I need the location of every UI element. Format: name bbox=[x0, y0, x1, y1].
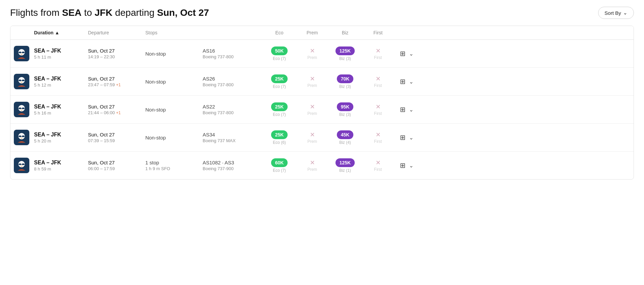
unavailable-icon: ✕ bbox=[310, 103, 315, 110]
route-duration: 5 h 16 m bbox=[34, 110, 88, 116]
col-prem: ✕ Prem bbox=[297, 75, 327, 88]
col-icon bbox=[14, 46, 34, 61]
page-title: Flights from SEA to JFK departing Sun, O… bbox=[10, 7, 209, 18]
first-label: First bbox=[363, 83, 393, 88]
col-prem: ✕ Prem bbox=[297, 131, 327, 144]
col-actions: ⊞ ⌄ bbox=[393, 134, 413, 141]
eco-sub: Eco (6) bbox=[262, 140, 297, 145]
th-eco: Eco bbox=[262, 30, 297, 35]
airline-logo bbox=[14, 158, 29, 173]
col-stops: Non-stop bbox=[145, 79, 203, 85]
col-flight: AS26 Boeing 737-800 bbox=[203, 76, 262, 87]
unavailable-icon: ✕ bbox=[310, 48, 315, 54]
col-departure: Sun, Oct 27 07:39 – 15:59 bbox=[88, 132, 145, 143]
col-actions: ⊞ ⌄ bbox=[393, 106, 413, 113]
eco-price-badge[interactable]: 50K bbox=[271, 46, 288, 55]
dep-time: 07:39 – 15:59 bbox=[88, 138, 145, 143]
unavailable-icon: ✕ bbox=[376, 159, 381, 166]
svg-rect-23 bbox=[22, 135, 25, 137]
first-label: First bbox=[363, 167, 393, 172]
expand-button[interactable]: ⌄ bbox=[409, 106, 413, 113]
eco-price-badge[interactable]: 25K bbox=[271, 102, 288, 111]
route-name: SEA – JFK bbox=[34, 104, 88, 110]
prem-label: Prem bbox=[297, 55, 327, 60]
biz-sub: Biz (3) bbox=[327, 84, 363, 89]
unavailable-icon: ✕ bbox=[376, 103, 381, 110]
prem-label: Prem bbox=[297, 83, 327, 88]
unavailable-icon: ✕ bbox=[376, 75, 381, 82]
first-label: First bbox=[363, 55, 393, 60]
col-biz[interactable]: 45K Biz (4) bbox=[327, 130, 363, 145]
col-prem: ✕ Prem bbox=[297, 47, 327, 60]
eco-price-badge[interactable]: 60K bbox=[271, 158, 288, 167]
add-button[interactable]: ⊞ bbox=[400, 162, 406, 169]
route-name: SEA – JFK bbox=[34, 48, 88, 54]
add-button[interactable]: ⊞ bbox=[400, 50, 406, 57]
dep-date: Sun, Oct 27 bbox=[88, 76, 145, 82]
col-route: SEA – JFK 8 h 59 m bbox=[34, 160, 88, 171]
col-eco[interactable]: 60K Eco (7) bbox=[262, 158, 297, 173]
expand-button[interactable]: ⌄ bbox=[409, 78, 413, 85]
col-actions: ⊞ ⌄ bbox=[393, 78, 413, 85]
flight-aircraft: Boeing 737-800 bbox=[203, 110, 262, 115]
th-first: First bbox=[363, 30, 393, 35]
flights-table: Duration ▲ Departure Stops Eco Prem Biz … bbox=[10, 26, 634, 180]
col-departure: Sun, Oct 27 21:44 – 06:00 +1 bbox=[88, 104, 145, 115]
col-flight: AS22 Boeing 737-800 bbox=[203, 104, 262, 115]
add-button[interactable]: ⊞ bbox=[400, 78, 406, 85]
dep-time: 14:19 – 22:30 bbox=[88, 54, 145, 59]
flight-row-3: SEA – JFK 5 h 20 m Sun, Oct 27 07:39 – 1… bbox=[10, 124, 634, 151]
route-duration: 8 h 59 m bbox=[34, 166, 88, 171]
expand-button[interactable]: ⌄ bbox=[409, 134, 413, 141]
flight-aircraft: Boeing 737 MAX bbox=[203, 138, 262, 143]
eco-price-badge[interactable]: 25K bbox=[271, 130, 288, 139]
flight-number: AS22 bbox=[203, 104, 262, 109]
svg-rect-16 bbox=[22, 107, 25, 109]
col-route: SEA – JFK 5 h 20 m bbox=[34, 132, 88, 144]
expand-button[interactable]: ⌄ bbox=[409, 162, 413, 169]
col-first: ✕ First bbox=[363, 159, 393, 172]
svg-rect-15 bbox=[19, 107, 21, 109]
add-button[interactable]: ⊞ bbox=[400, 106, 406, 113]
flight-aircraft: Boeing 737-800 bbox=[203, 82, 262, 87]
biz-price-badge[interactable]: 95K bbox=[337, 102, 354, 111]
biz-price-badge[interactable]: 125K bbox=[335, 46, 355, 55]
dep-time: 06:00 – 17:59 bbox=[88, 166, 145, 171]
svg-point-13 bbox=[21, 82, 23, 83]
col-icon bbox=[14, 130, 34, 145]
biz-price-badge[interactable]: 125K bbox=[335, 158, 355, 167]
col-biz[interactable]: 125K Biz (3) bbox=[327, 46, 363, 61]
biz-price-badge[interactable]: 70K bbox=[337, 74, 354, 83]
eco-price-badge[interactable]: 25K bbox=[271, 74, 288, 83]
col-eco[interactable]: 50K Eco (7) bbox=[262, 46, 297, 61]
th-stops: Stops bbox=[145, 30, 203, 35]
col-biz[interactable]: 125K Biz (1) bbox=[327, 158, 363, 173]
airline-logo bbox=[14, 130, 29, 145]
col-eco[interactable]: 25K Eco (7) bbox=[262, 74, 297, 89]
sort-button[interactable]: Sort By ⌄ bbox=[598, 7, 634, 19]
flight-row-2: SEA – JFK 5 h 16 m Sun, Oct 27 21:44 – 0… bbox=[10, 96, 634, 123]
col-stops: 1 stop 1 h 9 m SFO bbox=[145, 160, 203, 171]
col-eco[interactable]: 25K Eco (6) bbox=[262, 130, 297, 145]
svg-rect-30 bbox=[22, 163, 25, 165]
col-route: SEA – JFK 5 h 16 m bbox=[34, 104, 88, 116]
expand-button[interactable]: ⌄ bbox=[409, 51, 413, 57]
col-biz[interactable]: 95K Biz (3) bbox=[327, 102, 363, 117]
flight-row-1: SEA – JFK 5 h 12 m Sun, Oct 27 23:47 – 0… bbox=[10, 68, 634, 95]
col-eco[interactable]: 25K Eco (7) bbox=[262, 102, 297, 117]
col-icon bbox=[14, 102, 34, 117]
route-name: SEA – JFK bbox=[34, 76, 88, 82]
svg-rect-8 bbox=[19, 80, 21, 81]
flight-row-0: SEA – JFK 5 h 11 m Sun, Oct 27 14:19 – 2… bbox=[10, 40, 634, 67]
unavailable-icon: ✕ bbox=[310, 75, 315, 82]
svg-rect-29 bbox=[19, 163, 21, 165]
th-duration[interactable]: Duration ▲ bbox=[34, 30, 88, 35]
add-button[interactable]: ⊞ bbox=[400, 134, 406, 141]
dep-date: Sun, Oct 27 bbox=[88, 132, 145, 137]
col-biz[interactable]: 70K Biz (3) bbox=[327, 74, 363, 89]
col-first: ✕ First bbox=[363, 131, 393, 144]
biz-price-badge[interactable]: 45K bbox=[337, 130, 354, 139]
svg-rect-9 bbox=[22, 80, 25, 81]
col-first: ✕ First bbox=[363, 47, 393, 60]
flight-row-4: SEA – JFK 8 h 59 m Sun, Oct 27 06:00 – 1… bbox=[10, 152, 634, 179]
